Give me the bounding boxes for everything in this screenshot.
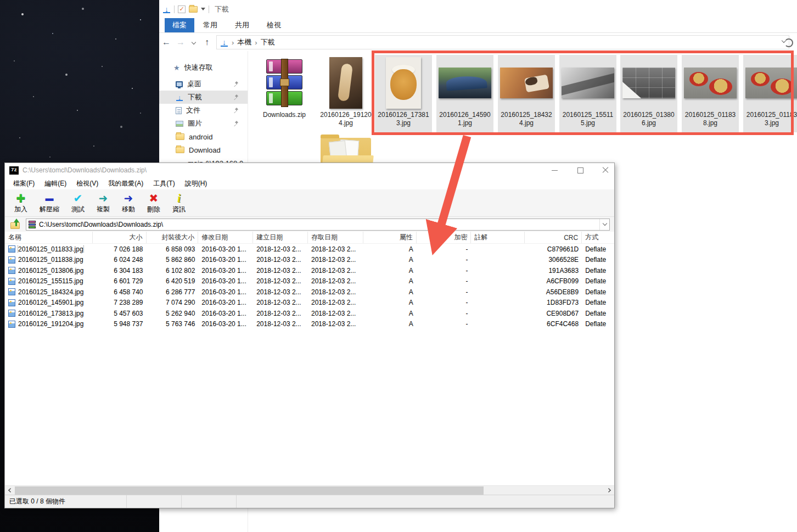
tab-home[interactable]: 常用 — [194, 18, 226, 32]
sevenzip-window-title: C:\Users\tomcl\Downloads\Downloads.zip\ — [23, 166, 147, 174]
explorer-window-title: 下載 — [215, 4, 229, 14]
column-method[interactable]: 方式 — [582, 232, 614, 243]
test-button[interactable]: ✔測試 — [65, 192, 91, 214]
column-accessed[interactable]: 存取日期 — [308, 232, 363, 243]
quick-access-toolbar: ↓ ✓ 下載 — [159, 0, 797, 18]
horizontal-scrollbar[interactable] — [5, 485, 614, 495]
forward-button[interactable]: → — [173, 37, 188, 47]
file-tile-photo[interactable]: 20160126_191204.jpg — [317, 55, 374, 132]
downloads-window-icon: ↓ — [162, 5, 171, 13]
properties-icon[interactable]: ✓ — [178, 5, 186, 13]
image-file-icon — [8, 245, 15, 253]
delete-button[interactable]: ✖刪除 — [141, 192, 166, 214]
info-button[interactable]: i資訊 — [166, 192, 192, 214]
new-folder-icon[interactable] — [189, 6, 198, 13]
copy-button[interactable]: ➜複製 — [91, 192, 116, 214]
sidebar-item-documents[interactable]: 文件 — [159, 104, 248, 117]
breadcrumb-this-pc[interactable]: 本機 — [237, 37, 251, 47]
archive-icon — [29, 221, 36, 228]
image-file-icon — [8, 288, 15, 295]
tab-share[interactable]: 共用 — [226, 18, 258, 32]
table-row[interactable]: 20160126_191204.jpg 5 948 737 5 763 746 … — [5, 319, 614, 330]
table-row[interactable]: 20160126_145901.jpg 7 238 289 7 074 290 … — [5, 298, 614, 309]
status-bar: 已選取 0 / 8 個物件 — [5, 495, 614, 508]
desktop: ↓ ✓ 下載 檔案 常用 共用 檢視 ← → ↑ ↓ › 本機 › 下載 — [0, 0, 797, 532]
file-tile-downloads-zip[interactable]: Downloads.zip — [256, 55, 313, 132]
selection-status: 已選取 0 / 8 個物件 — [5, 495, 127, 508]
table-row[interactable]: 20160125_011833.jpg 7 026 188 6 858 093 … — [5, 244, 614, 255]
folder-icon — [176, 147, 184, 153]
menu-help[interactable]: 說明(H) — [180, 179, 212, 188]
sidebar-item-desktop[interactable]: 桌面 — [159, 77, 248, 91]
minimize-button[interactable] — [552, 167, 558, 173]
table-row[interactable]: 20160125_155115.jpg 6 601 729 6 420 519 … — [5, 276, 614, 287]
column-created[interactable]: 建立日期 — [253, 232, 308, 243]
image-file-icon — [8, 278, 15, 285]
scrollbar-thumb[interactable] — [15, 486, 484, 495]
delete-icon: ✖ — [149, 192, 159, 205]
archive-path-combobox[interactable]: C:\Users\tomcl\Downloads\Downloads.zip\ — [26, 219, 610, 231]
scroll-right-icon[interactable] — [607, 488, 611, 492]
pin-icon — [233, 94, 240, 100]
up-button[interactable]: ↑ — [200, 37, 214, 47]
sevenzip-titlebar[interactable]: 7z C:\Users\tomcl\Downloads\Downloads.zi… — [5, 163, 614, 177]
sidebar-item-android[interactable]: android — [159, 130, 248, 143]
pictures-icon — [176, 121, 183, 127]
refresh-icon[interactable] — [784, 38, 793, 47]
photo-thumbnail — [329, 57, 362, 109]
pin-icon — [233, 120, 240, 127]
close-button[interactable] — [602, 167, 609, 173]
test-icon: ✔ — [74, 192, 83, 205]
chevron-down-icon — [602, 221, 607, 226]
breadcrumb-downloads[interactable]: 下載 — [261, 37, 275, 47]
menu-favorites[interactable]: 我的最愛(A) — [103, 179, 148, 188]
sevenzip-menubar: 檔案(F) 編輯(E) 檢視(V) 我的最愛(A) 工具(T) 說明(H) — [5, 177, 614, 189]
sidebar-item-download[interactable]: Download — [159, 143, 248, 156]
annotation-arrow — [409, 134, 480, 266]
add-icon: ✚ — [16, 192, 26, 205]
back-button[interactable]: ← — [159, 37, 173, 47]
pin-icon — [233, 107, 240, 114]
ribbon-tabs: 檔案 常用 共用 檢視 — [159, 18, 797, 33]
menu-file[interactable]: 檔案(F) — [8, 179, 40, 188]
archive-path: C:\Users\tomcl\Downloads\Downloads.zip\ — [39, 221, 163, 228]
image-file-icon — [8, 299, 15, 306]
table-row[interactable]: 20160125_011838.jpg 6 024 248 5 862 860 … — [5, 255, 614, 266]
extract-button[interactable]: ▬解壓縮 — [33, 192, 65, 214]
image-file-icon — [8, 256, 15, 264]
address-bar[interactable]: ↓ › 本機 › 下載 — [216, 35, 789, 49]
column-name[interactable]: 名稱 — [5, 232, 93, 243]
add-button[interactable]: ✚加入 — [8, 192, 33, 214]
scroll-left-icon[interactable] — [8, 488, 13, 492]
column-packed[interactable]: 封裝後大小 — [147, 232, 199, 243]
menu-edit[interactable]: 編輯(E) — [40, 179, 71, 188]
documents-icon — [176, 107, 182, 114]
image-file-icon — [8, 310, 15, 317]
desktop-icon — [176, 81, 183, 87]
maximize-button[interactable] — [577, 167, 583, 173]
path-dropdown[interactable] — [599, 219, 609, 230]
column-crc[interactable]: CRC — [525, 232, 582, 243]
move-button[interactable]: ➜移動 — [116, 192, 141, 214]
table-row[interactable]: 20160125_184324.jpg 6 458 740 6 286 777 … — [5, 287, 614, 298]
customize-qat-icon[interactable] — [201, 8, 205, 10]
archive-file-list: 名稱 大小 封裝後大小 修改日期 建立日期 存取日期 屬性 加密 註解 CRC … — [5, 232, 614, 485]
sidebar-item-pictures[interactable]: 圖片 — [159, 117, 248, 130]
sidebar-quick-access[interactable]: ★ 快速存取 — [159, 61, 248, 74]
winrar-archive-icon — [263, 59, 305, 107]
menu-tools[interactable]: 工具(T) — [148, 179, 179, 188]
column-modified[interactable]: 修改日期 — [198, 232, 253, 243]
sidebar-item-downloads[interactable]: ↓ 下載 — [159, 91, 248, 104]
parent-folder-button[interactable] — [9, 220, 21, 229]
sevenzip-address-row: C:\Users\tomcl\Downloads\Downloads.zip\ — [5, 217, 614, 232]
tab-file[interactable]: 檔案 — [165, 18, 194, 32]
table-row[interactable]: 20160126_173813.jpg 5 457 603 5 262 940 … — [5, 308, 614, 319]
menu-view[interactable]: 檢視(V) — [71, 179, 103, 188]
folder-icon — [176, 133, 184, 140]
recent-locations-icon[interactable] — [192, 40, 196, 44]
quick-access-star-icon: ★ — [173, 64, 180, 72]
column-size[interactable]: 大小 — [93, 232, 147, 243]
tab-view[interactable]: 檢視 — [258, 18, 290, 32]
sevenzip-app-icon: 7z — [9, 166, 19, 175]
table-row[interactable]: 20160125_013806.jpg 6 304 183 6 102 802 … — [5, 265, 614, 276]
